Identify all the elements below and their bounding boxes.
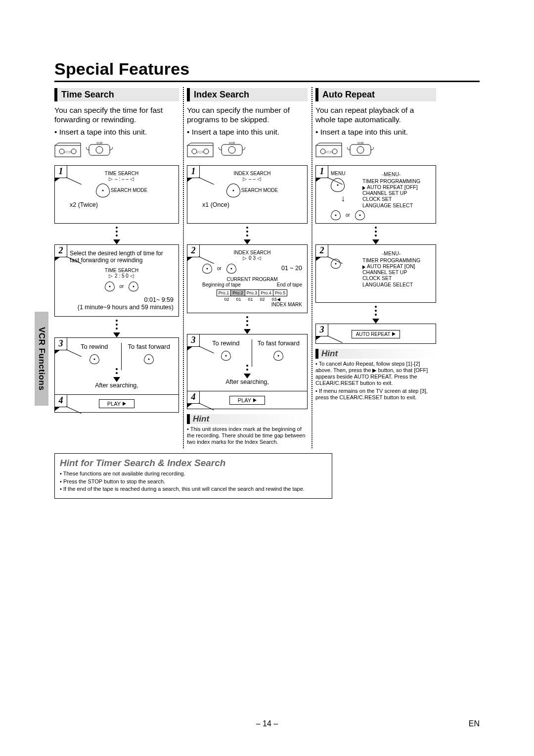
flow-arrow-icon <box>244 365 251 378</box>
after-searching: After searching, <box>60 382 174 389</box>
shared-hint-line: If the end of the tape is reached during… <box>60 486 327 492</box>
svg-rect-11 <box>222 144 242 155</box>
time-search-step-4: 4 PLAY <box>54 395 179 413</box>
hint-body: To cancel Auto Repeat, follow steps [1]-… <box>315 361 436 401</box>
col-index-search: Index Search You can specify the number … <box>183 85 312 446</box>
rewind-button-icon <box>89 354 99 364</box>
ff-button-icon <box>144 354 154 364</box>
right-button-icon <box>331 259 341 269</box>
svg-point-2 <box>71 149 76 154</box>
play-indicator: PLAY <box>99 399 134 408</box>
step-number: 2 <box>187 244 200 257</box>
step-number: 1 <box>54 165 67 178</box>
time-search-step-2: 2 Select the desired length of time for … <box>54 244 179 317</box>
up-button-icon <box>202 264 212 274</box>
auto-repeat-step-2: 2 -MENU- TIMER PROGRAMMING AUTO REPEAT [… <box>315 244 436 303</box>
or-label: or <box>217 266 222 271</box>
header-index-search: Index Search <box>187 88 308 101</box>
auto-repeat-step-3: 3 AUTO REPEAT <box>315 324 436 344</box>
end-label: End of tape <box>277 282 302 288</box>
down-button-icon <box>129 282 138 291</box>
ff-label: To fast forward <box>255 339 303 347</box>
osd-label: TIME SEARCH <box>70 268 174 273</box>
page-number: – 14 – <box>256 719 278 728</box>
button-label: SEARCH MODE <box>111 188 147 193</box>
flow-arrow-icon <box>113 368 120 382</box>
cassette-icon: VCR <box>315 142 342 157</box>
svg-rect-4 <box>89 144 110 155</box>
program-table: Pro.1 Pro.2 Pro.3 Pro.4 Pro.5 <box>202 289 302 296</box>
col-time-search: Time Search You can specify the time for… <box>54 85 183 446</box>
vcr-icon: VCR <box>347 142 374 158</box>
time-search-step-1: 1 TIME SEARCH ▷ – : – – ◁ SEARCH MODE x2… <box>54 165 179 224</box>
col-auto-repeat: Auto Repeat You can repeat playback of a… <box>312 85 440 446</box>
current-program-label: CURRENT PROGRAM <box>202 277 302 282</box>
play-indicator: PLAY <box>229 396 265 405</box>
step-number: 1 <box>187 165 200 178</box>
header-time-search: Time Search <box>54 88 179 101</box>
vcr-icon: VCR <box>86 142 113 158</box>
begin-label: Beginning of tape <box>202 282 241 288</box>
svg-rect-18 <box>350 144 371 155</box>
play-icon <box>392 332 396 336</box>
time-search-intro: You can specify the time for fast forwar… <box>54 105 179 125</box>
svg-point-9 <box>204 149 209 154</box>
osd-menu: -MENU- TIMER PROGRAMMING AUTO REPEAT [ON… <box>359 250 423 288</box>
svg-point-5 <box>96 146 103 153</box>
play-icon <box>253 398 257 402</box>
svg-text:VCR: VCR <box>229 142 235 144</box>
cursor-icon <box>362 265 365 269</box>
menu-button-icon <box>331 178 345 192</box>
hint-header: Hint <box>187 414 308 424</box>
step-number: 2 <box>54 244 67 257</box>
step2-text: Select the desired length of time for fa… <box>70 250 174 264</box>
shared-hint-box: Hint for Timer Search & Index Search The… <box>54 453 332 499</box>
auto-repeat-indicator: AUTO REPEAT <box>352 330 400 338</box>
step-number: 3 <box>187 334 200 347</box>
svg-text:VCR: VCR <box>325 150 333 154</box>
hint-body: This unit stores index mark at the begin… <box>187 426 308 446</box>
menu-button-label: MENU <box>331 171 356 177</box>
index-search-step-3: 3 To rewind To fast forward After search… <box>187 334 308 391</box>
time-search-prep: Insert a tape into this unit. <box>54 128 179 137</box>
press-count: x1 (Once) <box>202 201 302 209</box>
rewind-label: To rewind <box>202 339 250 347</box>
time-search-step-3: 3 To rewind To fast forward After search… <box>54 337 179 395</box>
svg-text:VCR: VCR <box>64 150 72 154</box>
step-number: 4 <box>187 391 200 404</box>
auto-repeat-step-1: 1 MENU ↓ -MENU- TIMER PROGRAMMING AUTO R… <box>315 165 436 224</box>
press-count: x2 (Twice) <box>70 201 174 209</box>
svg-text:VCR: VCR <box>96 142 103 144</box>
index-marks: 02 01 01 02 03◀ <box>202 297 302 302</box>
step-number: 1 <box>315 165 328 178</box>
index-search-step-1: 1 INDEX SEARCH ▷ – – ◁ SEARCH MODE x1 (O… <box>187 165 308 224</box>
step-number: 3 <box>315 324 328 336</box>
manual-page: VCR Functions Special Features Time Sear… <box>0 0 534 756</box>
flow-arrow-icon <box>113 320 120 337</box>
down-button-icon <box>355 210 365 220</box>
play-icon <box>123 402 126 406</box>
range-note: (1 minute~9 hours and 59 minutes) <box>70 304 174 311</box>
press-button-icon <box>96 184 110 197</box>
flow-arrow-icon <box>113 227 120 244</box>
auto-repeat-prep: Insert a tape into this unit. <box>315 128 436 137</box>
page-language: EN <box>469 719 480 728</box>
header-auto-repeat: Auto Repeat <box>315 88 436 101</box>
auto-repeat-intro: You can repeat playback of a whole tape … <box>315 105 436 125</box>
svg-text:VCR: VCR <box>357 142 364 144</box>
prep-icons: VCR VCR <box>187 142 308 158</box>
flow-arrow-icon <box>372 306 379 324</box>
cassette-icon: VCR <box>54 142 81 157</box>
range: 01 ~ 20 <box>281 265 302 272</box>
flow-arrow-icon <box>244 227 251 244</box>
prep-icons: VCR VCR <box>315 142 436 158</box>
up-button-icon <box>331 210 341 220</box>
prep-icons: VCR VCR <box>54 142 179 158</box>
flow-arrow-icon <box>372 227 379 244</box>
step-number: 4 <box>54 394 67 407</box>
or-label: or <box>120 284 124 289</box>
step-number: 3 <box>54 337 67 350</box>
after-searching: After searching, <box>192 378 302 386</box>
ff-label: To fast forward <box>125 343 174 350</box>
vcr-icon: VCR <box>219 142 245 158</box>
